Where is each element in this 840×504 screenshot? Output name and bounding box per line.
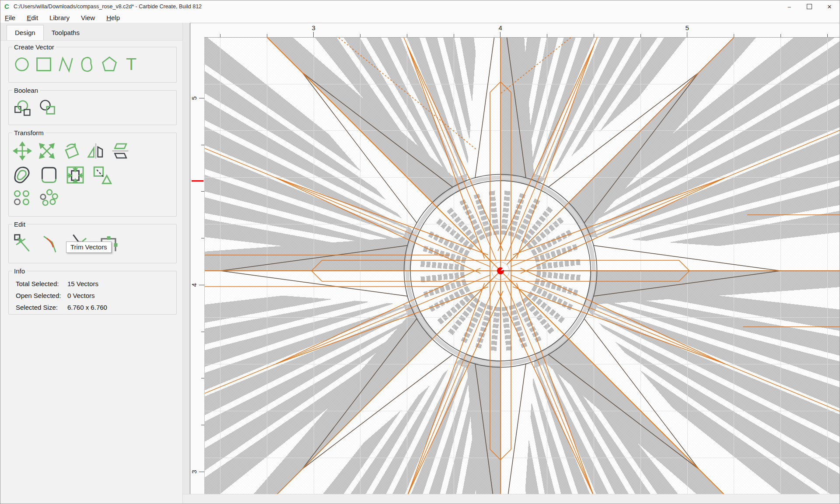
- info-open-selected-value: 0 Vectors: [67, 292, 95, 299]
- polyline-tool-icon[interactable]: [56, 54, 75, 74]
- info-selected-size: Selected Size:6.760 x 6.760: [16, 304, 173, 311]
- svg-text:5: 5: [686, 24, 689, 32]
- rectangle-tool-icon[interactable]: [34, 54, 53, 74]
- offset-vectors-icon[interactable]: [12, 164, 33, 186]
- close-icon: ✕: [827, 4, 832, 10]
- minimize-button[interactable]: –: [779, 0, 799, 13]
- app-logo-icon: C: [4, 3, 9, 10]
- svg-text:3: 3: [190, 470, 198, 473]
- align-center-icon[interactable]: [65, 164, 86, 186]
- info-open-selected: Open Selected:0 Vectors: [16, 292, 173, 299]
- left-panel: Design Toolpaths Create Vector T Boolean: [0, 23, 183, 504]
- circle-tool-icon[interactable]: [12, 54, 32, 74]
- group-create-vector: Create Vector T: [8, 47, 177, 83]
- ruler-vertical: 543: [190, 37, 204, 494]
- group-boolean: Boolean: [8, 90, 177, 125]
- tool-sidebar: Create Vector T Boolean: [0, 41, 182, 315]
- menu-file[interactable]: File: [0, 14, 21, 21]
- minimize-icon: –: [788, 4, 791, 10]
- menu-bar: File Edit Library View Help: [0, 13, 840, 23]
- svg-text:T: T: [126, 54, 136, 74]
- svg-text:4: 4: [190, 283, 198, 287]
- fillet-icon[interactable]: [40, 232, 62, 254]
- move-tool-icon[interactable]: [12, 141, 32, 161]
- app-window: C C:/Users/willa/Downloads/compass_rose_…: [0, 0, 840, 504]
- tab-toolpaths[interactable]: Toolpaths: [44, 25, 88, 40]
- menu-library[interactable]: Library: [44, 14, 75, 21]
- maximize-button[interactable]: [799, 0, 819, 13]
- node-edit-icon[interactable]: [12, 232, 34, 254]
- tab-bar: Design Toolpaths: [0, 23, 182, 41]
- ruler-cursor-marker: [192, 180, 203, 182]
- menu-help[interactable]: Help: [101, 14, 126, 21]
- design-canvas[interactable]: [204, 37, 840, 494]
- text-tool-icon[interactable]: T: [122, 54, 141, 74]
- ruler-horizontal: 345: [190, 23, 840, 37]
- maximize-icon: [807, 4, 812, 9]
- info-selected-size-value: 6.760 x 6.760: [67, 304, 107, 311]
- group-info-label: Info: [12, 267, 27, 275]
- curve-tool-icon[interactable]: [78, 54, 97, 74]
- group-info: Info Total Selected:15 Vectors Open Sele…: [8, 271, 177, 315]
- group-transform: Transform: [8, 133, 177, 217]
- menu-view[interactable]: View: [75, 14, 101, 21]
- polygon-tool-icon[interactable]: [100, 54, 119, 74]
- menu-edit[interactable]: Edit: [21, 14, 44, 21]
- title-bar: C C:/Users/willa/Downloads/compass_rose_…: [0, 0, 840, 13]
- boolean-subtract-icon[interactable]: [37, 98, 59, 118]
- nesting-icon[interactable]: [91, 164, 112, 186]
- circular-array-icon[interactable]: [38, 189, 59, 206]
- group-transform-label: Transform: [12, 129, 46, 136]
- info-total-selected: Total Selected:15 Vectors: [16, 280, 173, 287]
- close-button[interactable]: ✕: [819, 0, 840, 13]
- window-title: C:/Users/willa/Downloads/compass_rose_v8…: [14, 4, 202, 10]
- group-boolean-label: Boolean: [12, 87, 40, 94]
- bottom-strip: [183, 494, 840, 504]
- rotate-tool-icon[interactable]: [61, 141, 81, 161]
- canvas-region: 345 543: [183, 23, 840, 504]
- svg-text:5: 5: [190, 96, 198, 100]
- info-total-selected-value: 15 Vectors: [67, 280, 98, 287]
- group-edit-label: Edit: [12, 220, 27, 228]
- scale-tool-icon[interactable]: [37, 141, 57, 161]
- mirror-tool-icon[interactable]: [86, 141, 106, 161]
- svg-text:3: 3: [312, 24, 315, 32]
- group-create-vector-label: Create Vector: [12, 43, 56, 51]
- boolean-union-icon[interactable]: [12, 98, 34, 118]
- tooltip-trim-vectors: Trim Vectors: [66, 242, 112, 253]
- flip-tool-icon[interactable]: [110, 141, 130, 161]
- round-corners-icon[interactable]: [38, 164, 60, 186]
- svg-text:4: 4: [499, 24, 502, 32]
- tab-design[interactable]: Design: [7, 25, 44, 40]
- linear-array-icon[interactable]: [12, 189, 32, 206]
